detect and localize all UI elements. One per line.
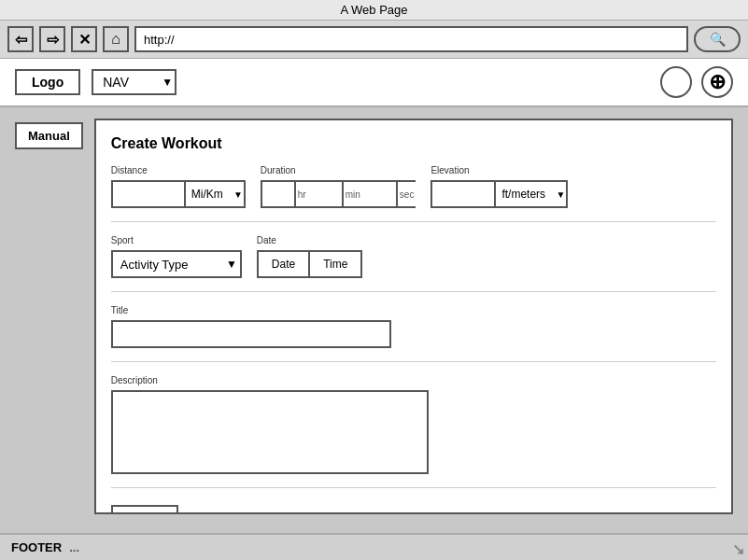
sec-label: sec <box>398 180 416 208</box>
user-button[interactable] <box>660 66 692 98</box>
date-button[interactable]: Date <box>257 250 310 278</box>
create-button[interactable]: Create <box>111 505 178 514</box>
resize-handle-icon: ↘ <box>732 540 744 558</box>
page-title: A Web Page <box>340 3 407 17</box>
hr-label: hr <box>296 180 308 208</box>
form-card: Create Workout Distance Mi/Km Mi Km <box>94 119 733 514</box>
form-section-sport-date: Sport Activity Type Running Cycling Swim… <box>111 235 716 292</box>
footer-dots: ... <box>69 540 79 554</box>
title-input[interactable] <box>111 320 391 348</box>
title-group: Title <box>111 305 716 348</box>
app-header: Logo NAV Home About Contact ▼ ⊕ <box>0 59 748 107</box>
manual-button[interactable]: Manual <box>15 122 83 149</box>
elevation-group: Elevation ft/meters ft meters ▼ <box>430 165 568 208</box>
title-label: Title <box>111 305 716 315</box>
logo-button[interactable]: Logo <box>15 69 80 95</box>
forward-button[interactable]: ⇨ <box>39 26 65 52</box>
stop-button[interactable]: ✕ <box>71 26 97 52</box>
distance-unit-select[interactable]: Mi/Km Mi Km <box>186 180 246 208</box>
date-group: Date Date Time <box>257 235 363 278</box>
nav-select[interactable]: NAV Home About Contact <box>92 69 176 95</box>
sport-group: Sport Activity Type Running Cycling Swim… <box>111 235 242 278</box>
header-right: ⊕ <box>660 66 733 98</box>
duration-hr-input[interactable] <box>261 180 296 208</box>
footer-label: FOOTER <box>11 540 62 554</box>
search-button[interactable]: 🔍 <box>694 26 741 52</box>
duration-input-group: hr min sec <box>261 180 416 208</box>
nav-select-wrap: NAV Home About Contact ▼ <box>92 69 176 95</box>
sport-label: Sport <box>111 235 242 245</box>
cancel-link[interactable]: cancel <box>190 511 225 514</box>
time-button[interactable]: Time <box>310 250 362 278</box>
main-content: Manual Create Workout Distance Mi/Km Mi <box>0 107 748 525</box>
date-label: Date <box>257 235 363 245</box>
distance-group: Distance Mi/Km Mi Km ▼ <box>111 165 246 208</box>
form-title: Create Workout <box>111 135 716 152</box>
duration-sec-input[interactable] <box>362 180 398 208</box>
elevation-unit-wrap: ft/meters ft meters ▼ <box>496 180 568 208</box>
form-section-description: Description <box>111 375 716 488</box>
form-section-title: Title <box>111 305 716 362</box>
form-actions: Create cancel <box>111 501 716 514</box>
distance-input-group: Mi/Km Mi Km ▼ <box>111 180 246 208</box>
duration-min-input[interactable] <box>308 180 344 208</box>
sport-select-wrap: Activity Type Running Cycling Swimming W… <box>111 250 242 278</box>
elevation-input-group: ft/meters ft meters ▼ <box>430 180 568 208</box>
sport-select[interactable]: Activity Type Running Cycling Swimming W… <box>111 250 242 278</box>
sidebar: Manual <box>15 119 83 514</box>
distance-unit-wrap: Mi/Km Mi Km ▼ <box>186 180 246 208</box>
description-textarea[interactable] <box>111 390 429 474</box>
min-label: min <box>344 180 362 208</box>
distance-input[interactable] <box>111 180 186 208</box>
home-button[interactable]: ⌂ <box>103 26 129 52</box>
duration-label: Duration <box>261 165 416 175</box>
elevation-label: Elevation <box>430 165 568 175</box>
title-bar: A Web Page <box>0 0 748 21</box>
elevation-unit-select[interactable]: ft/meters ft meters <box>496 180 568 208</box>
browser-chrome: ⇦ ⇨ ✕ ⌂ 🔍 <box>0 21 748 59</box>
address-bar[interactable] <box>134 26 688 52</box>
form-section-metrics: Distance Mi/Km Mi Km ▼ <box>111 165 716 222</box>
sport-date-row: Sport Activity Type Running Cycling Swim… <box>111 235 716 278</box>
add-button[interactable]: ⊕ <box>701 66 733 98</box>
date-input-group: Date Time <box>257 250 363 278</box>
footer: FOOTER ... ↘ <box>0 533 748 560</box>
duration-group: Duration hr min sec <box>261 165 416 208</box>
description-label: Description <box>111 375 716 385</box>
metrics-row: Distance Mi/Km Mi Km ▼ <box>111 165 716 208</box>
back-button[interactable]: ⇦ <box>7 26 34 52</box>
description-group: Description <box>111 375 716 474</box>
elevation-input[interactable] <box>430 180 496 208</box>
distance-label: Distance <box>111 165 246 175</box>
